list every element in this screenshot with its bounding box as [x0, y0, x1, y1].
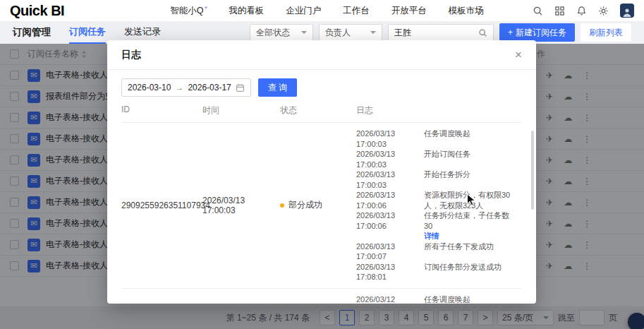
query-button[interactable]: 查 询: [258, 78, 297, 97]
log-entry: 2026/03/13 17:00:03 任务调度唤起: [356, 128, 522, 149]
col-status: 状态: [280, 104, 356, 116]
apps-grid-icon[interactable]: [554, 6, 565, 16]
close-icon[interactable]: ×: [515, 49, 522, 61]
task-time: 2026/03/13 17:00:03: [202, 196, 280, 215]
log-entry: 2026/03/12 17:00:01 任务调度唤起: [356, 294, 522, 304]
modal-body: 2026-03-10 → 2026-03-17 查 询 ID 时间 状态 日志 …: [107, 70, 536, 304]
nav-item[interactable]: 我的看板: [229, 4, 265, 17]
log-timestamp: 2026/03/13 17:00:03: [356, 169, 424, 190]
keyword-search-box: [388, 24, 494, 42]
date-range-picker[interactable]: 2026-03-10 → 2026-03-17: [121, 78, 251, 97]
log-timestamp: [356, 231, 424, 241]
log-timestamp: 2026/03/13 17:00:07: [356, 241, 424, 262]
search-icon[interactable]: [478, 28, 487, 37]
log-timestamp: 2026/03/13 17:00:03: [356, 149, 424, 169]
page-title[interactable]: 订阅管理: [13, 26, 51, 39]
log-table-row: 2909255926351107934 2026/03/13 17:00:03 …: [121, 123, 522, 289]
log-timestamp: 2026/03/13 17:08:01: [356, 262, 424, 282]
log-message: 资源权限拆分，有权限30人，无权限323人: [424, 190, 520, 210]
modal-title: 日志: [121, 49, 141, 61]
log-entries: 2026/03/12 17:00:01 任务调度唤起 2026/03/12 17…: [356, 294, 522, 304]
col-time: 时间: [202, 104, 280, 116]
log-timestamp: 2026/03/13 17:00:06: [356, 210, 424, 231]
col-id: ID: [121, 104, 202, 116]
log-timestamp: 2026/03/13 17:00:06: [356, 190, 424, 210]
nav-item[interactable]: 工作台: [343, 4, 370, 17]
log-entry: 2026/03/13 17:00:03 开始任务拆分: [356, 169, 522, 190]
log-message: 任务调度唤起: [424, 294, 520, 304]
nav-item[interactable]: 企业门户: [286, 4, 322, 17]
log-message: 订阅任务部分发送成功: [424, 262, 520, 282]
task-id: 2909255926351107934: [121, 201, 202, 210]
date-to-field[interactable]: 2026-03-17: [188, 83, 231, 92]
nav-item[interactable]: 模板市场: [449, 4, 485, 17]
log-entry: 2026/03/13 17:08:01 订阅任务部分发送成功: [356, 262, 522, 282]
bell-icon[interactable]: [576, 6, 587, 16]
quickbi-logo[interactable]: Quick BI: [10, 3, 64, 19]
log-entry: 2026/03/13 17:00:03 开始订阅任务: [356, 149, 522, 169]
status-filter-select[interactable]: 全部状态: [250, 24, 313, 42]
nav-item[interactable]: 智能小Q+: [170, 4, 207, 17]
filter-bar: 全部状态 负责人 + 新建订阅任务 刷新列表: [250, 23, 631, 42]
log-table-header: ID 时间 状态 日志: [121, 97, 522, 123]
log-message: 任务拆分结束，子任务数 30: [424, 210, 520, 231]
log-message: 开始订阅任务: [424, 149, 520, 169]
date-filter-row: 2026-03-10 → 2026-03-17 查 询: [121, 78, 522, 97]
date-range-arrow: →: [175, 83, 183, 92]
modal-header: 日志 ×: [107, 40, 536, 70]
log-message: 详情: [424, 231, 520, 241]
log-entry: 详情: [356, 231, 522, 241]
date-from-field[interactable]: 2026-03-10: [128, 83, 171, 92]
log-timestamp: 2026/03/12 17:00:01: [356, 294, 424, 304]
chevron-down-icon: [370, 31, 376, 34]
log-message: 任务调度唤起: [424, 128, 520, 149]
log-message: 所有子任务下发成功: [424, 241, 520, 262]
plus-icon: +: [508, 28, 513, 37]
gear-icon[interactable]: [598, 6, 609, 16]
status-dot: [280, 203, 284, 208]
calendar-icon[interactable]: [236, 83, 245, 92]
top-navbar: Quick BI 智能小Q+ 我的看板 企业门户 工作台 开放平台 模板市场: [0, 0, 644, 21]
log-table-row: 8544334073914345203 2026/03/12 17:00:01 …: [121, 289, 522, 304]
help-float-button[interactable]: [628, 313, 644, 329]
owner-filter-select[interactable]: 负责人: [319, 24, 382, 42]
log-entries: 2026/03/13 17:00:03 任务调度唤起 2026/03/13 17…: [356, 128, 522, 282]
log-timestamp: 2026/03/13 17:00:03: [356, 128, 424, 149]
log-entry: 2026/03/13 17:00:06 资源权限拆分，有权限30人，无权限323…: [356, 190, 522, 210]
detail-link[interactable]: 详情: [424, 232, 439, 240]
nav-links: 智能小Q+ 我的看板 企业门户 工作台 开放平台 模板市场: [170, 4, 485, 17]
modal-scrollbar[interactable]: [531, 131, 534, 210]
status-badge: 部分成功: [280, 199, 356, 211]
tab[interactable]: 订阅任务: [69, 21, 106, 44]
nav-item[interactable]: 开放平台: [391, 4, 427, 17]
log-entry: 2026/03/13 17:00:06 任务拆分结束，子任务数 30: [356, 210, 522, 231]
chevron-down-icon: [301, 31, 307, 34]
refresh-list-button[interactable]: 刷新列表: [581, 23, 631, 42]
create-subscription-button[interactable]: + 新建订阅任务: [499, 23, 575, 42]
log-message: 开始任务拆分: [424, 169, 520, 190]
user-avatar[interactable]: [620, 4, 634, 18]
log-modal: 日志 × 2026-03-10 → 2026-03-17 查 询 ID 时间 状…: [107, 40, 536, 304]
log-entry: 2026/03/13 17:00:07 所有子任务下发成功: [356, 241, 522, 262]
search-icon[interactable]: [533, 6, 543, 16]
keyword-input[interactable]: [394, 28, 472, 37]
col-log: 日志: [356, 104, 522, 116]
top-icons: [533, 4, 634, 18]
